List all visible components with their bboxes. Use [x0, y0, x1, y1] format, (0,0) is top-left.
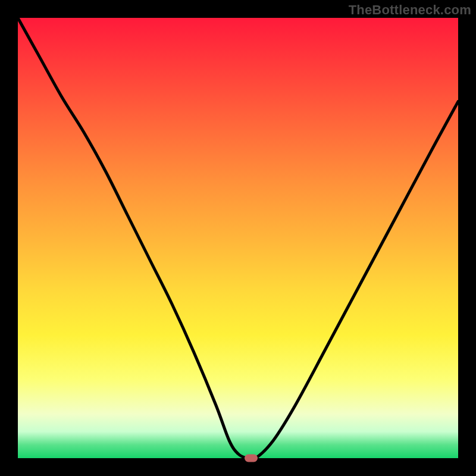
- chart-frame: TheBottleneck.com: [0, 0, 476, 476]
- watermark-text: TheBottleneck.com: [349, 2, 471, 18]
- plot-area: [18, 18, 458, 458]
- bottleneck-marker: [245, 455, 258, 462]
- bottleneck-curve: [18, 18, 458, 458]
